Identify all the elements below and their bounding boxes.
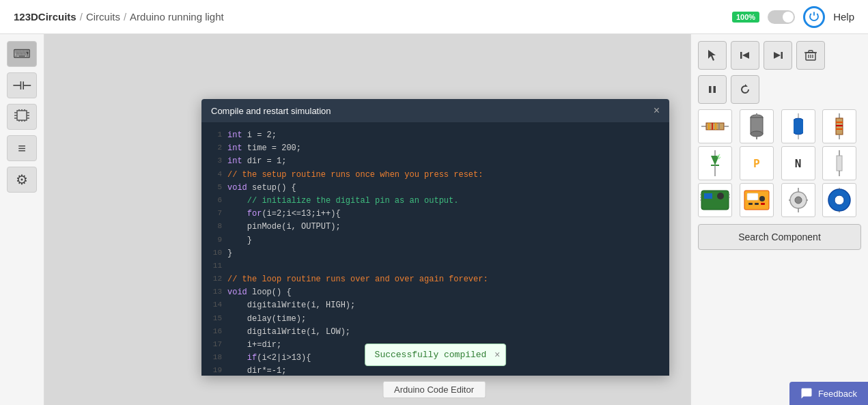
circuits-link[interactable]: Circuits [86, 11, 120, 23]
right-controls: 100% Help [732, 6, 854, 28]
code-line-11: 11 [208, 260, 662, 273]
code-line-9: 9 } [208, 234, 662, 247]
comp-resistor-stripe[interactable] [822, 109, 856, 143]
sep1: / [80, 11, 83, 23]
svg-point-77 [835, 195, 844, 205]
sidebar-item-settings[interactable]: ⚙ [7, 167, 37, 193]
comp-led-yellow[interactable]: P [740, 146, 774, 180]
keyboard-icon: ⌨ [13, 46, 31, 61]
sidebar-item-components[interactable]: ⊣⊢ [7, 72, 37, 98]
code-line-8: 8 pinMode(i, OUTPUT); [208, 221, 662, 234]
step-forward-btn[interactable] [764, 41, 792, 70]
sep2: / [124, 11, 126, 23]
help-button[interactable]: Help [833, 11, 854, 23]
comp-potentiometer[interactable] [781, 183, 815, 217]
code-line-3: 3int dir = 1; [208, 155, 662, 168]
feedback-label: Feedback [818, 389, 857, 399]
right-panel: P N [690, 34, 868, 405]
search-component-btn[interactable]: Search Component [698, 224, 861, 250]
svg-marker-25 [745, 84, 748, 87]
comp-arduino[interactable] [698, 183, 732, 217]
pause-btn[interactable] [698, 75, 727, 104]
code-line-6: 6 // initialize the digital pin as an ou… [208, 195, 662, 208]
code-content: 1int i = 2; 2int time = 200; 3int dir = … [201, 129, 669, 376]
svg-point-38 [794, 118, 803, 135]
svg-rect-13 [740, 52, 742, 59]
sidebar-item-list[interactable]: ≡ [7, 135, 37, 161]
svg-rect-68 [755, 203, 759, 205]
comp-led-green[interactable] [698, 146, 732, 180]
svg-rect-54 [837, 156, 842, 171]
svg-rect-65 [747, 193, 758, 200]
feedback-icon [800, 387, 813, 400]
code-line-10: 10} [208, 247, 662, 260]
svg-line-52 [718, 156, 720, 159]
svg-marker-14 [742, 52, 749, 59]
step-back-btn[interactable] [731, 41, 759, 70]
svg-point-66 [759, 196, 765, 201]
dialog-title: Compile and restart simulation [211, 106, 331, 116]
svg-rect-69 [761, 203, 765, 205]
code-dialog: Compile and restart simulation × 1int i … [201, 99, 669, 376]
controls-row-1 [698, 41, 861, 70]
success-toast: Successfully compiled × [365, 344, 507, 366]
svg-marker-48 [711, 156, 719, 165]
refresh-btn[interactable] [731, 75, 759, 104]
project-link[interactable]: Arduino running light [130, 11, 224, 23]
breadcrumb: 123DCircuits / Circuits / Arduino runnin… [14, 11, 224, 23]
comp-transistor[interactable]: N [781, 146, 815, 180]
components-grid: P N [698, 109, 861, 217]
battery-indicator: 100% [732, 12, 759, 23]
dialog-close-btn[interactable]: × [654, 104, 660, 117]
svg-rect-16 [781, 52, 783, 59]
code-line-16: 16 digitalWrite(i, LOW); [208, 326, 662, 339]
sidebar: ⌨ ⊣⊢ ≡ ⚙ [0, 34, 44, 405]
code-line-2: 2int time = 200; [208, 142, 662, 155]
comp-capacitor-cylinder[interactable] [740, 109, 774, 143]
svg-point-35 [751, 131, 763, 137]
comp-blue-circle[interactable] [822, 183, 856, 217]
code-line-7: 7 for(i=2;i<=13;i++){ [208, 208, 662, 221]
toast-close-btn[interactable]: × [494, 350, 500, 361]
success-message: Successfully compiled [375, 350, 487, 360]
code-line-5: 5void setup() { [208, 182, 662, 195]
code-line-4: 4// the setup routine runs once when you… [208, 169, 662, 182]
feedback-button[interactable]: Feedback [789, 382, 868, 405]
sidebar-item-chip[interactable] [7, 104, 37, 130]
comp-crystal[interactable] [822, 146, 856, 180]
brand-label: 123DCircuits [14, 11, 76, 23]
sidebar-item-keyboard[interactable]: ⌨ [7, 41, 37, 67]
toggle-switch[interactable] [768, 10, 795, 24]
code-line-14: 14 digitalWrite(i, HIGH); [208, 299, 662, 312]
svg-point-71 [795, 197, 802, 204]
dialog-header: Compile and restart simulation × [201, 99, 669, 122]
code-line-15: 15 delay(time); [208, 313, 662, 326]
component-icon: ⊣⊢ [12, 79, 31, 92]
code-line-13: 13void loop() { [208, 286, 662, 299]
code-line-12: 12// the loop routine runs over and over… [208, 273, 662, 286]
svg-marker-15 [774, 52, 781, 59]
settings-icon: ⚙ [16, 171, 28, 188]
bottom-label: Arduino Code Editor [382, 381, 486, 398]
topbar: 123DCircuits / Circuits / Arduino runnin… [0, 0, 868, 34]
delete-btn[interactable] [796, 41, 825, 70]
code-line-1: 1int i = 2; [208, 129, 662, 142]
list-icon: ≡ [18, 141, 26, 156]
comp-multimeter[interactable] [740, 183, 774, 217]
svg-rect-67 [748, 203, 753, 205]
svg-rect-57 [704, 193, 712, 199]
svg-rect-0 [17, 111, 27, 120]
code-line-19: 19 dir*=-1; [208, 365, 662, 376]
svg-rect-19 [809, 51, 813, 53]
chip-icon [14, 109, 29, 125]
comp-capacitor-blue[interactable] [781, 109, 815, 143]
svg-point-58 [717, 193, 724, 199]
code-body[interactable]: 1int i = 2; 2int time = 200; 3int dir = … [201, 122, 669, 376]
controls-row-2 [698, 75, 861, 104]
comp-resistor[interactable] [698, 109, 732, 143]
svg-rect-24 [714, 86, 716, 93]
svg-rect-23 [709, 86, 712, 93]
cursor-btn[interactable] [698, 41, 727, 70]
power-button[interactable] [803, 6, 825, 28]
